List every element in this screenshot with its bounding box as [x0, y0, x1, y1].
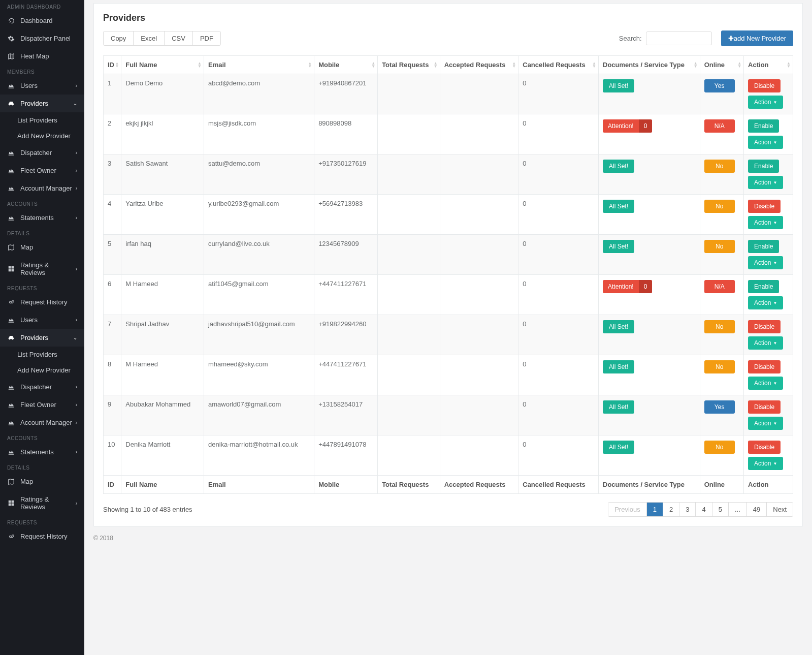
- caret-down-icon: ▼: [773, 421, 777, 426]
- disable-button[interactable]: Disable: [748, 79, 781, 92]
- nav-statements-2[interactable]: Statements ›: [0, 443, 84, 461]
- online-badge[interactable]: No: [704, 200, 735, 213]
- cell-documents: All Set!: [599, 315, 700, 355]
- th-total-requests[interactable]: Total Requests▲▼: [378, 56, 440, 74]
- cell-documents: All Set!: [599, 395, 700, 435]
- th-documents[interactable]: Documents / Service Type▲▼: [599, 56, 700, 74]
- enable-button[interactable]: Enable: [748, 240, 779, 253]
- nav-ratings-reviews-2[interactable]: Ratings & Reviews ›: [0, 490, 84, 516]
- online-badge[interactable]: Yes: [704, 400, 735, 414]
- online-badge[interactable]: No: [704, 240, 735, 253]
- cell-cancelled: 0: [518, 355, 599, 395]
- cell-accepted: [440, 114, 518, 154]
- online-badge[interactable]: N/A: [704, 119, 735, 133]
- th-mobile[interactable]: Mobile▲▼: [314, 56, 378, 74]
- action-dropdown-button[interactable]: Action ▼: [748, 216, 783, 229]
- action-dropdown-button[interactable]: Action ▼: [748, 256, 783, 269]
- action-dropdown-button[interactable]: Action ▼: [748, 96, 783, 109]
- action-dropdown-button[interactable]: Action ▼: [748, 377, 783, 390]
- action-dropdown-button[interactable]: Action ▼: [748, 296, 783, 309]
- nav-account-manager[interactable]: Account Manager ›: [0, 179, 84, 197]
- nav-ratings-reviews[interactable]: Ratings & Reviews ›: [0, 256, 84, 282]
- add-new-provider-button[interactable]: ✚add New Provider: [721, 30, 793, 46]
- th-id[interactable]: ID▲▼: [104, 56, 121, 74]
- nav-list-providers[interactable]: List Providers: [0, 112, 84, 128]
- disable-button[interactable]: Disable: [748, 360, 781, 373]
- nav-statements[interactable]: Statements ›: [0, 209, 84, 227]
- docs-allset-badge[interactable]: All Set!: [603, 79, 634, 92]
- nav-providers[interactable]: Providers ⌄: [0, 95, 84, 112]
- action-dropdown-button[interactable]: Action ▼: [748, 176, 783, 189]
- nav-account-manager-2[interactable]: Account Manager ›: [0, 414, 84, 431]
- cell-id: 9: [104, 395, 121, 435]
- nav-list-providers-2[interactable]: List Providers: [0, 347, 84, 362]
- nav-map-2[interactable]: Map: [0, 473, 84, 490]
- docs-allset-badge[interactable]: All Set!: [603, 441, 634, 454]
- nav-map[interactable]: Map: [0, 238, 84, 256]
- docs-allset-badge[interactable]: All Set!: [603, 360, 634, 373]
- disable-button[interactable]: Disable: [748, 200, 781, 213]
- excel-button[interactable]: Excel: [134, 32, 165, 45]
- nav-users[interactable]: Users ›: [0, 77, 84, 95]
- nav-dashboard[interactable]: Dashboard: [0, 12, 84, 29]
- page-button[interactable]: 1: [647, 503, 663, 516]
- enable-button[interactable]: Enable: [748, 119, 779, 133]
- page-prev-button[interactable]: Previous: [608, 503, 647, 516]
- nav-request-history[interactable]: Request History: [0, 293, 84, 311]
- nav-heat-map[interactable]: Heat Map: [0, 47, 84, 65]
- cell-total: [378, 435, 440, 476]
- th-accepted-requests[interactable]: Accepted Requests▲▼: [440, 56, 518, 74]
- docs-attention-badge[interactable]: Attention!0: [603, 119, 652, 133]
- nav-fleet-owner[interactable]: Fleet Owner ›: [0, 162, 84, 179]
- page-next-button[interactable]: Next: [767, 503, 793, 516]
- page-button[interactable]: 5: [712, 503, 729, 516]
- page-button[interactable]: 2: [663, 503, 679, 516]
- docs-attention-badge[interactable]: Attention!0: [603, 280, 652, 293]
- nav-fleet-owner-2[interactable]: Fleet Owner ›: [0, 396, 84, 414]
- action-dropdown-button[interactable]: Action ▼: [748, 136, 783, 149]
- docs-allset-badge[interactable]: All Set!: [603, 240, 634, 253]
- disable-button[interactable]: Disable: [748, 400, 781, 414]
- docs-allset-badge[interactable]: All Set!: [603, 400, 634, 414]
- copy-button[interactable]: Copy: [104, 32, 134, 45]
- nav-dispatcher-panel[interactable]: Dispatcher Panel: [0, 29, 84, 47]
- page-button[interactable]: 4: [696, 503, 712, 516]
- nav-add-new-provider[interactable]: Add New Provider: [0, 128, 84, 144]
- action-dropdown-button[interactable]: Action ▼: [748, 457, 783, 470]
- docs-allset-badge[interactable]: All Set!: [603, 200, 634, 213]
- docs-allset-badge[interactable]: All Set!: [603, 320, 634, 333]
- nav-dispatcher[interactable]: Dispatcher ›: [0, 144, 84, 162]
- online-badge[interactable]: No: [704, 360, 735, 373]
- online-badge[interactable]: No: [704, 160, 735, 173]
- nav-users-2[interactable]: Users ›: [0, 311, 84, 329]
- online-badge[interactable]: No: [704, 441, 735, 454]
- page-button[interactable]: ...: [729, 503, 747, 516]
- online-badge[interactable]: Yes: [704, 79, 735, 92]
- th-online[interactable]: Online▲▼: [700, 56, 743, 74]
- enable-button[interactable]: Enable: [748, 160, 779, 173]
- th-email[interactable]: Email▲▼: [204, 56, 314, 74]
- enable-button[interactable]: Enable: [748, 280, 779, 293]
- nav-dispatcher-2[interactable]: Dispatcher ›: [0, 378, 84, 396]
- nav-add-new-provider-2[interactable]: Add New Provider: [0, 362, 84, 378]
- nav-request-history-2[interactable]: Request History: [0, 527, 84, 545]
- action-dropdown-button[interactable]: Action ▼: [748, 336, 783, 350]
- pdf-button[interactable]: PDF: [193, 32, 220, 45]
- search-input[interactable]: [646, 32, 712, 45]
- th-full-name[interactable]: Full Name▲▼: [121, 56, 204, 74]
- disable-button[interactable]: Disable: [748, 320, 781, 333]
- disable-button[interactable]: Disable: [748, 441, 781, 454]
- csv-button[interactable]: CSV: [165, 32, 193, 45]
- nav-providers-2[interactable]: Providers ⌄: [0, 329, 84, 347]
- online-badge[interactable]: No: [704, 320, 735, 333]
- page-button[interactable]: 3: [679, 503, 696, 516]
- th-action[interactable]: Action▲▼: [744, 56, 793, 74]
- action-dropdown-button[interactable]: Action ▼: [748, 417, 783, 430]
- page-button[interactable]: 49: [747, 503, 767, 516]
- online-badge[interactable]: N/A: [704, 280, 735, 293]
- grid-icon: [7, 500, 15, 507]
- docs-allset-badge[interactable]: All Set!: [603, 160, 634, 173]
- table-row: 4Yaritza Uribey.uribe0293@gmail.com+5694…: [104, 195, 793, 235]
- th-cancelled-requests[interactable]: Cancelled Requests▲▼: [518, 56, 599, 74]
- nav-label: Map: [20, 243, 33, 251]
